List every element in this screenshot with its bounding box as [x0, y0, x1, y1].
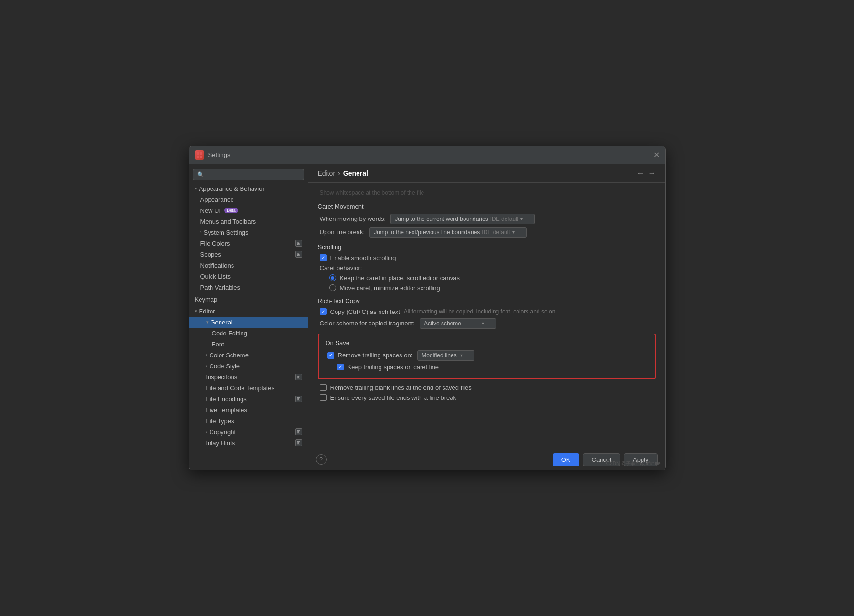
radio-keep-caret-row: Keep the caret in place, scroll editor c…	[318, 274, 656, 282]
ensure-line-break-checkbox[interactable]	[320, 394, 327, 401]
keep-trailing-label: Keep trailing spaces on caret line	[348, 364, 439, 371]
remove-trailing-dropdown[interactable]: Modified lines ▾	[417, 350, 474, 361]
sidebar-item-general[interactable]: ▾ General	[189, 317, 308, 328]
search-icon: 🔍	[197, 171, 204, 178]
sidebar-item-label: Copyright	[210, 428, 236, 436]
search-input[interactable]	[207, 171, 300, 178]
sidebar-item-label: Appearance & Behavior	[199, 185, 264, 192]
remove-blank-lines-row: Remove trailing blank lines at the end o…	[318, 384, 656, 391]
radio-keep-caret-label: Keep the caret in place, scroll editor c…	[340, 274, 460, 282]
ok-button[interactable]: OK	[553, 453, 579, 466]
remove-trailing-checkbox[interactable]	[327, 352, 334, 359]
dialog-title: Settings	[208, 151, 231, 158]
chevron-down-icon: ▾	[520, 216, 523, 221]
sidebar-item-notifications[interactable]: Notifications	[189, 260, 308, 271]
sidebar-item-copyright[interactable]: › Copyright ⊞	[189, 427, 308, 438]
radio-move-caret-btn[interactable]	[329, 284, 336, 291]
chevron-right-icon: ›	[200, 230, 202, 235]
sidebar-item-appearance[interactable]: Appearance	[189, 194, 308, 205]
keep-trailing-row: Keep trailing spaces on caret line	[326, 364, 648, 371]
sidebar-section-appearance: ▾ Appearance & Behavior Appearance New U…	[189, 183, 308, 293]
sidebar-item-label: General	[211, 319, 232, 326]
copy-rich-text-label: Copy (Ctrl+C) as rich text	[330, 308, 400, 315]
svg-rect-3	[200, 156, 202, 158]
settings-icon: ⊞	[295, 240, 302, 247]
sidebar-item-keymap[interactable]: Keymap	[189, 294, 308, 305]
close-button[interactable]: ✕	[654, 151, 660, 159]
sidebar-item-editor[interactable]: ▾ Editor	[189, 306, 308, 317]
search-box[interactable]: 🔍	[193, 169, 304, 180]
remove-blank-lines-checkbox[interactable]	[320, 384, 327, 391]
keep-trailing-checkbox-wrap[interactable]: Keep trailing spaces on caret line	[337, 364, 439, 371]
remove-blank-lines-label: Remove trailing blank lines at the end o…	[330, 384, 472, 391]
sidebar-item-new-ui[interactable]: New UI Beta	[189, 205, 308, 216]
chevron-down-icon: ▾	[512, 230, 515, 235]
keep-trailing-checkbox[interactable]	[337, 364, 344, 370]
copy-rich-text-hint: All formatting will be copied, including…	[404, 308, 556, 315]
color-scheme-copy-dropdown[interactable]: Active scheme ▾	[420, 318, 496, 329]
forward-arrow[interactable]: →	[648, 169, 656, 177]
sidebar-item-label: Code Style	[210, 363, 240, 370]
sidebar-item-file-code-templates[interactable]: File and Code Templates	[189, 383, 308, 394]
sidebar-item-scopes[interactable]: Scopes ⊞	[189, 249, 308, 260]
moving-by-words-row: When moving by words: Jump to the curren…	[318, 214, 656, 224]
sidebar-item-label: File Encodings	[206, 396, 247, 403]
svg-rect-1	[200, 152, 202, 155]
remove-trailing-checkbox-wrap[interactable]: Remove trailing spaces on:	[327, 352, 413, 359]
copy-rich-text-checkbox-wrap[interactable]: Copy (Ctrl+C) as rich text All formattin…	[320, 308, 556, 315]
sidebar-item-label: New UI	[200, 207, 221, 214]
sidebar-item-menus-toolbars[interactable]: Menus and Toolbars	[189, 216, 308, 227]
sidebar-item-path-variables[interactable]: Path Variables	[189, 282, 308, 293]
chevron-down-icon: ▾	[460, 353, 463, 358]
radio-move-caret[interactable]: Move caret, minimize editor scrolling	[329, 284, 440, 292]
sidebar-item-label: Path Variables	[200, 284, 241, 291]
title-bar-left: Settings	[195, 150, 231, 160]
sidebar-item-file-types[interactable]: File Types	[189, 416, 308, 427]
breadcrumb: Editor › General	[318, 169, 368, 177]
sidebar-item-label: Inlay Hints	[206, 439, 235, 447]
sidebar-item-quick-lists[interactable]: Quick Lists	[189, 271, 308, 282]
sidebar-item-live-templates[interactable]: Live Templates	[189, 405, 308, 416]
line-break-row: Upon line break: Jump to the next/previo…	[318, 227, 656, 238]
sidebar-item-appearance-behavior[interactable]: ▾ Appearance & Behavior	[189, 183, 308, 194]
copy-rich-text-checkbox[interactable]	[320, 308, 327, 315]
color-scheme-copy-row: Color scheme for copied fragment: Active…	[318, 318, 656, 329]
radio-keep-caret-btn[interactable]	[329, 274, 336, 281]
on-save-title: On Save	[326, 339, 648, 346]
sidebar-item-label: Appearance	[200, 196, 234, 203]
sidebar-item-color-scheme[interactable]: › Color Scheme	[189, 350, 308, 361]
sidebar-item-inspections[interactable]: Inspections ⊞	[189, 372, 308, 383]
radio-keep-caret[interactable]: Keep the caret in place, scroll editor c…	[329, 274, 460, 282]
sidebar-item-system-settings[interactable]: › System Settings	[189, 227, 308, 238]
help-button[interactable]: ?	[316, 454, 327, 465]
sidebar-item-font[interactable]: Font	[189, 339, 308, 350]
radio-move-caret-row: Move caret, minimize editor scrolling	[318, 284, 656, 292]
sidebar-item-inlay-hints[interactable]: Inlay Hints ⊞	[189, 438, 308, 449]
sidebar-item-label: Menus and Toolbars	[200, 218, 256, 225]
sidebar: 🔍 ▾ Appearance & Behavior Appearance New…	[189, 164, 308, 470]
ensure-line-break-checkbox-wrap[interactable]: Ensure every saved file ends with a line…	[320, 394, 456, 401]
remove-trailing-label: Remove trailing spaces on:	[338, 352, 413, 359]
settings-icon: ⊞	[295, 374, 302, 380]
moving-by-words-dropdown[interactable]: Jump to the current word boundaries IDE …	[390, 214, 535, 224]
sidebar-item-file-colors[interactable]: File Colors ⊞	[189, 238, 308, 249]
rich-text-copy-title: Rich-Text Copy	[318, 297, 656, 304]
settings-icon: ⊞	[295, 428, 302, 435]
smooth-scrolling-checkbox[interactable]	[320, 254, 327, 261]
sidebar-item-code-editing[interactable]: Code Editing	[189, 328, 308, 339]
line-break-dropdown[interactable]: Jump to the next/previous line boundarie…	[369, 227, 527, 238]
chevron-down-icon: ▾	[195, 309, 197, 313]
back-arrow[interactable]: ←	[637, 169, 644, 177]
line-break-hint: IDE default	[482, 229, 510, 236]
sidebar-item-label: File and Code Templates	[206, 385, 275, 392]
app-icon	[195, 150, 204, 160]
moving-by-words-label: When moving by words:	[320, 215, 386, 222]
color-scheme-copy-value: Active scheme	[424, 320, 461, 327]
sidebar-item-file-encodings[interactable]: File Encodings ⊞	[189, 394, 308, 405]
watermark: CSDN @子非Yu@ltfuture	[606, 460, 661, 467]
remove-blank-lines-checkbox-wrap[interactable]: Remove trailing blank lines at the end o…	[320, 384, 472, 391]
caret-behavior-label-row: Caret behavior:	[318, 264, 656, 271]
smooth-scrolling-checkbox-wrap[interactable]: Enable smooth scrolling	[320, 254, 396, 261]
sidebar-item-code-style[interactable]: › Code Style	[189, 361, 308, 372]
svg-rect-2	[197, 156, 199, 158]
